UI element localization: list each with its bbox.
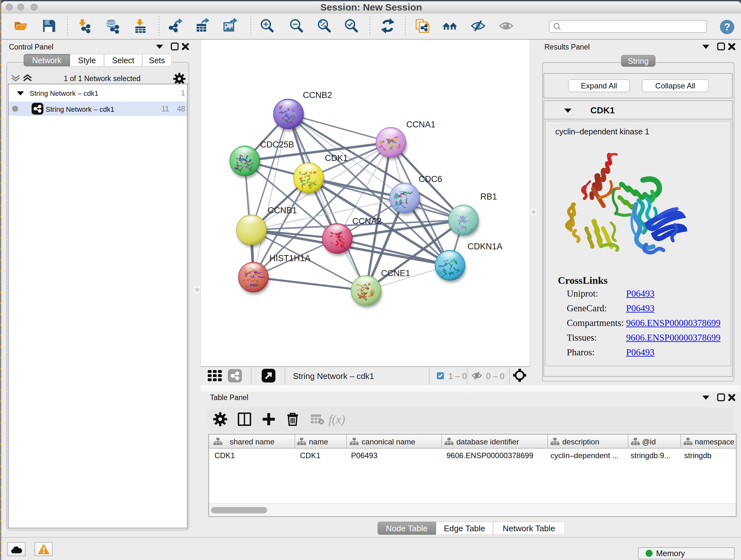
svg-text:CDC25B: CDC25B xyxy=(260,140,294,149)
svg-text:RB1: RB1 xyxy=(480,192,497,201)
svg-text:CDKN1A: CDKN1A xyxy=(468,242,502,251)
svg-text:CDK1: CDK1 xyxy=(325,153,348,163)
svg-text:CCNA1: CCNA1 xyxy=(406,120,435,129)
svg-text:CDC6: CDC6 xyxy=(419,174,442,184)
svg-text:CCNA2: CCNA2 xyxy=(352,216,382,226)
svg-text:CCNB1: CCNB1 xyxy=(268,206,297,215)
svg-text:CCNB2: CCNB2 xyxy=(303,90,332,100)
svg-text:CCNE1: CCNE1 xyxy=(381,268,410,278)
svg-text:HIST1H1A: HIST1H1A xyxy=(269,253,311,263)
